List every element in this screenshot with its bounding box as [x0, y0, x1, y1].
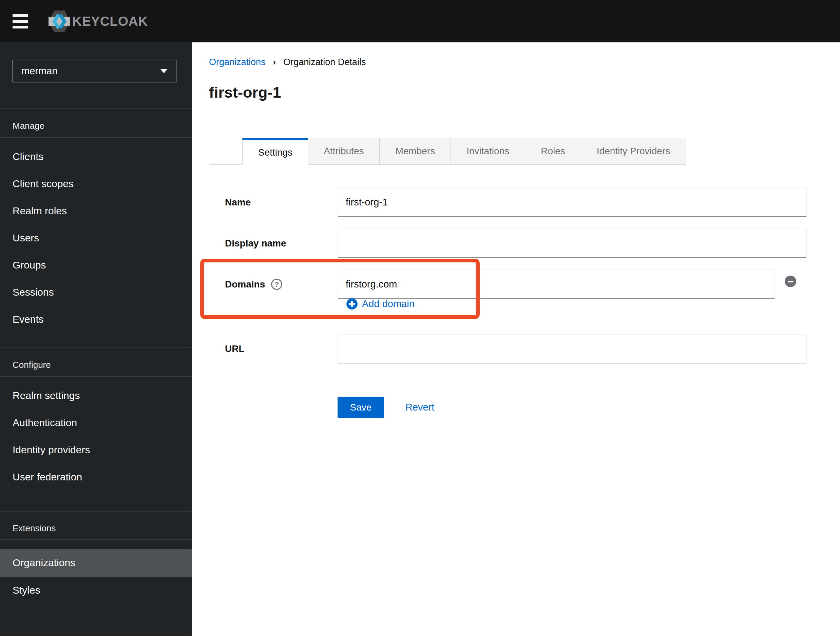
nav-list-configure: Realm settings Authentication Identity p… [0, 377, 192, 491]
keycloak-logo-icon [49, 9, 70, 33]
url-input[interactable] [338, 334, 807, 364]
form-row-display-name: Display name [192, 228, 840, 258]
tab-lead-strip [209, 138, 242, 165]
sidebar: merman Manage Clients Client scopes Real… [0, 43, 192, 636]
revert-button[interactable]: Revert [406, 397, 434, 418]
sidebar-item-sessions[interactable]: Sessions [0, 279, 192, 306]
sidebar-item-users[interactable]: Users [0, 224, 192, 252]
tab-bar: Settings Attributes Members Invitations … [209, 138, 686, 165]
tab-settings[interactable]: Settings [242, 138, 308, 165]
name-input[interactable] [338, 187, 807, 217]
form-row-url: URL [192, 334, 840, 364]
page-title: first-org-1 [209, 84, 281, 101]
nav-section-manage: Manage [0, 109, 192, 137]
sidebar-item-events[interactable]: Events [0, 306, 192, 333]
keycloak-logo[interactable]: KEYCLOAK [49, 9, 148, 33]
form-row-name: Name [192, 187, 840, 217]
display-name-input[interactable] [338, 228, 807, 258]
sidebar-item-identity-providers[interactable]: Identity providers [0, 436, 192, 463]
tab-invitations[interactable]: Invitations [451, 138, 525, 165]
sidebar-item-authentication[interactable]: Authentication [0, 409, 192, 436]
sidebar-item-client-scopes[interactable]: Client scopes [0, 170, 192, 197]
nav-list-manage: Clients Client scopes Realm roles Users … [0, 138, 192, 333]
add-domain-button[interactable]: Add domain [346, 298, 415, 310]
tab-identity-providers[interactable]: Identity Providers [581, 138, 686, 165]
masthead: KEYCLOAK [0, 0, 840, 43]
nav-list-extensions: Organizations Styles [0, 540, 192, 604]
plus-circle-icon [346, 298, 358, 310]
tab-roles[interactable]: Roles [525, 138, 581, 165]
form-actions: Save Revert [192, 397, 840, 418]
save-button[interactable]: Save [338, 397, 384, 418]
name-label: Name [225, 187, 251, 217]
sidebar-item-realm-roles[interactable]: Realm roles [0, 197, 192, 224]
url-label: URL [225, 334, 245, 364]
breadcrumb-chevron-icon [273, 58, 276, 66]
domains-label-group: Domains ? [225, 269, 282, 299]
sidebar-item-styles[interactable]: Styles [0, 577, 192, 604]
remove-domain-button[interactable] [785, 275, 796, 287]
realm-selector-value: merman [21, 65, 57, 77]
domain-input[interactable] [338, 269, 775, 299]
nav-section-extensions: Extensions [0, 512, 192, 539]
chevron-down-icon [160, 69, 167, 73]
sidebar-item-clients[interactable]: Clients [0, 143, 192, 170]
sidebar-item-groups[interactable]: Groups [0, 252, 192, 279]
breadcrumb-link-organizations[interactable]: Organizations [209, 57, 266, 68]
add-domain-label: Add domain [362, 298, 415, 310]
help-icon[interactable]: ? [271, 279, 282, 290]
form-row-add-domain: Add domain [192, 298, 840, 315]
tab-attributes[interactable]: Attributes [308, 138, 380, 165]
breadcrumb: Organizations Organization Details [209, 55, 366, 69]
display-name-label: Display name [225, 228, 286, 258]
sidebar-item-organizations[interactable]: Organizations [0, 549, 192, 577]
sidebar-item-realm-settings[interactable]: Realm settings [0, 382, 192, 409]
nav-section-configure: Configure [0, 348, 192, 376]
domains-label: Domains [225, 279, 265, 290]
breadcrumb-current: Organization Details [283, 57, 366, 68]
sidebar-item-user-federation[interactable]: User federation [0, 463, 192, 491]
brand-text: KEYCLOAK [72, 14, 148, 29]
menu-icon[interactable] [13, 14, 28, 28]
form-row-domains: Domains ? [192, 269, 840, 299]
tab-members[interactable]: Members [380, 138, 451, 165]
main-content: Organizations Organization Details first… [192, 43, 840, 636]
realm-selector[interactable]: merman [13, 60, 177, 82]
